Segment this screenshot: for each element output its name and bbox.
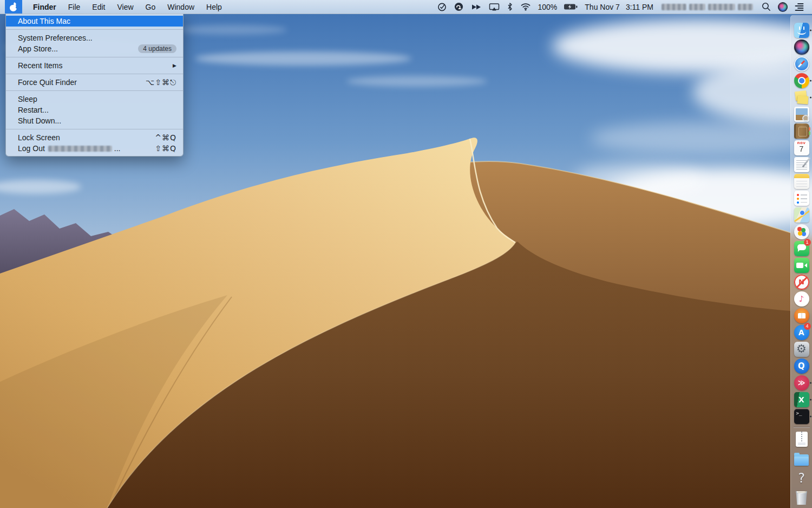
apple-menu-item[interactable]	[6, 29, 183, 30]
app-icon	[794, 291, 809, 307]
adobe-creative-cloud-icon[interactable]	[453, 2, 466, 11]
dock-app[interactable]	[791, 139, 812, 156]
dock-app[interactable]	[791, 374, 812, 391]
app-icon	[794, 107, 809, 122]
dock-app[interactable]	[791, 307, 812, 324]
menu-bar-menu[interactable]: Edit	[86, 0, 111, 14]
updates-badge: 4 updates	[138, 44, 176, 53]
menu-bar-menu[interactable]: Window	[161, 0, 200, 14]
apple-menu-item[interactable]	[6, 74, 183, 74]
menu-bar-menu[interactable]: Finder	[27, 0, 62, 14]
menu-item-shortcut: ⌥⇧⌘⎋	[146, 78, 176, 87]
dock-app[interactable]	[791, 190, 812, 206]
dock-shelf-item[interactable]	[791, 429, 812, 449]
dock-app[interactable]: 4	[791, 324, 812, 341]
bluetooth-icon[interactable]	[505, 2, 515, 11]
notification-badge: 4	[804, 323, 811, 330]
app-icon	[794, 359, 809, 374]
dock-separator	[794, 427, 810, 427]
dock-app[interactable]	[791, 156, 812, 173]
apple-logo-icon	[10, 3, 17, 11]
apple-menu-item[interactable]: Recent Items ▶	[6, 60, 183, 71]
dock: 1	[790, 15, 812, 508]
apple-menu-item[interactable]: App Store... 4 updates	[6, 43, 183, 54]
notification-center-icon[interactable]	[793, 3, 806, 11]
dock-app[interactable]	[791, 223, 812, 240]
shelf-icon	[794, 471, 809, 486]
apple-menu-item[interactable]	[6, 90, 183, 91]
menu-bar-clock[interactable]: 3:11 PM	[625, 3, 654, 11]
dock-shelf-item[interactable]	[791, 488, 812, 507]
app-icon	[794, 191, 809, 206]
menu-bar-menu[interactable]: File	[62, 0, 87, 14]
spotlight-search-icon[interactable]	[760, 2, 772, 11]
dock-app[interactable]	[791, 257, 812, 273]
dock-app[interactable]	[791, 106, 812, 122]
verified-check-icon[interactable]	[436, 2, 449, 11]
dock-app[interactable]	[791, 408, 812, 425]
apple-menu-item[interactable]: Log Out ... ⇧⌘Q	[6, 143, 183, 154]
menu-item-label: App Store...	[18, 44, 58, 53]
app-icon	[794, 409, 809, 424]
menu-item-label: Lock Screen	[18, 133, 60, 142]
apple-menu-item[interactable]: Lock Screen ^⌘Q	[6, 132, 183, 143]
app-icon	[794, 224, 809, 239]
status-area: 100% Thu Nov 7 3:11 PM	[436, 0, 812, 14]
dock-app[interactable]	[791, 341, 812, 357]
dock-app[interactable]	[791, 391, 812, 408]
apple-menu-button[interactable]	[5, 0, 22, 14]
menu-item-shortcut: ^⌘Q	[155, 133, 176, 142]
dock-app[interactable]: 1	[791, 240, 812, 257]
app-icon	[794, 207, 809, 223]
apple-menu-item[interactable]	[6, 129, 183, 129]
wifi-icon[interactable]	[519, 3, 533, 11]
menu-item-label: Shut Down...	[18, 116, 61, 125]
dock-app[interactable]	[791, 72, 812, 89]
app-icon	[794, 174, 809, 189]
menu-bar-date[interactable]: Thu Nov 7	[584, 3, 621, 11]
menu-bar: Finder File Edit View Go Window Help	[0, 0, 812, 14]
apple-menu-item[interactable]: Restart...	[6, 105, 183, 115]
presenter-arrows-icon[interactable]	[469, 3, 483, 11]
app-icon	[794, 123, 809, 139]
menu-item-label: Restart...	[18, 106, 49, 114]
dock-app[interactable]	[791, 290, 812, 307]
dock-app[interactable]	[791, 38, 812, 55]
user-switcher-redacted[interactable]	[662, 4, 753, 10]
app-icon	[794, 23, 809, 38]
apple-menu-item[interactable]: Shut Down...	[6, 115, 183, 126]
dock-app[interactable]	[791, 89, 812, 106]
shelf-icon	[794, 454, 809, 466]
apple-menu-item[interactable]: Sleep	[6, 94, 183, 105]
menu-bar-menu[interactable]: Help	[200, 0, 228, 14]
dock-shelf-item[interactable]	[791, 449, 812, 468]
apple-menu-item[interactable]: System Preferences...	[6, 32, 183, 43]
app-icon	[794, 392, 809, 407]
menu-item-label: Force Quit Finder	[18, 78, 77, 87]
menu-bar-menu[interactable]: View	[111, 0, 139, 14]
menu-item-label: Sleep	[18, 95, 37, 103]
app-icon	[794, 90, 809, 105]
apple-menu-item[interactable]: About This Mac	[6, 16, 183, 27]
dock-app[interactable]	[791, 22, 812, 38]
dock-app[interactable]	[791, 173, 812, 190]
app-icon	[794, 258, 809, 273]
dock-app[interactable]	[791, 122, 812, 139]
apple-menu-item[interactable]	[6, 57, 183, 57]
battery-charging-icon[interactable]	[562, 3, 580, 10]
apple-menu-item[interactable]: Force Quit Finder ⌥⇧⌘⎋	[6, 77, 183, 88]
dock-app[interactable]	[791, 273, 812, 290]
menu-item-suffix: ...	[114, 144, 121, 153]
redacted-username	[48, 146, 112, 152]
dock-app[interactable]	[791, 206, 812, 223]
dock-app[interactable]	[791, 357, 812, 374]
app-icon	[794, 140, 809, 155]
dock-shelf-item[interactable]	[791, 468, 812, 488]
shelf-icon	[795, 491, 808, 505]
menu-bar-menu[interactable]: Go	[140, 0, 162, 14]
notification-badge: 1	[804, 239, 811, 246]
airplay-display-icon[interactable]	[487, 3, 501, 11]
dock-app[interactable]	[791, 55, 812, 72]
siri-icon[interactable]	[776, 2, 789, 12]
dock-shelf	[791, 429, 812, 507]
